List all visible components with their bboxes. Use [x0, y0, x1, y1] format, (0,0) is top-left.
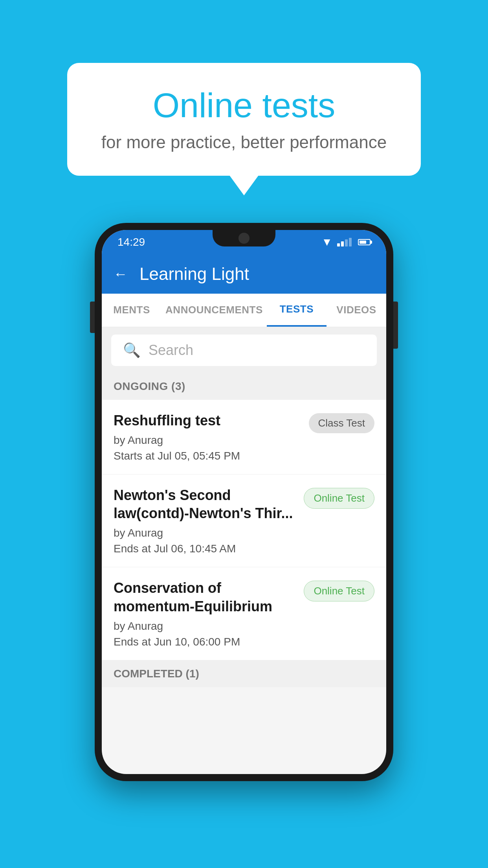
test-name-2: Newton's Second law(contd)-Newton's Thir…: [114, 486, 304, 523]
hero-section: Online tests for more practice, better p…: [0, 0, 488, 176]
phone-camera: [238, 233, 250, 244]
ongoing-section-title: ONGOING (3): [114, 380, 185, 392]
test-item-2[interactable]: Newton's Second law(contd)-Newton's Thir…: [102, 474, 386, 568]
test-item-3[interactable]: Conservation of momentum-Equilibrium by …: [102, 567, 386, 660]
back-button[interactable]: ←: [114, 266, 128, 282]
phone-notch: [213, 230, 275, 246]
app-title: Learning Light: [139, 264, 249, 284]
app-header: ← Learning Light: [102, 254, 386, 294]
battery-icon: [358, 239, 371, 245]
test-badge-2: Online Test: [304, 488, 374, 509]
completed-section-header: COMPLETED (1): [102, 660, 386, 687]
bubble-title: Online tests: [99, 86, 389, 125]
test-name-3: Conservation of momentum-Equilibrium: [114, 579, 304, 616]
ongoing-section-header: ONGOING (3): [102, 373, 386, 400]
test-badge-1: Class Test: [309, 413, 374, 433]
signal-icon: [337, 238, 352, 246]
test-author-3: by Anurag: [114, 620, 304, 633]
tab-videos[interactable]: VIDEOS: [327, 294, 386, 327]
search-box[interactable]: 🔍 Search: [111, 335, 377, 366]
tab-announcements[interactable]: ANNOUNCEMENTS: [161, 294, 267, 327]
search-input-placeholder[interactable]: Search: [149, 342, 193, 359]
search-icon: 🔍: [123, 342, 141, 359]
speech-bubble: Online tests for more practice, better p…: [67, 63, 421, 176]
tabs-bar: MENTS ANNOUNCEMENTS TESTS VIDEOS: [102, 294, 386, 327]
test-info-3: Conservation of momentum-Equilibrium by …: [114, 579, 304, 648]
tab-tests[interactable]: TESTS: [267, 294, 327, 327]
status-icons: ▼: [321, 236, 371, 248]
test-date-1: Starts at Jul 05, 05:45 PM: [114, 450, 309, 462]
phone-wrapper: 14:29 ▼ ← Learning Light: [0, 223, 488, 781]
tab-ments[interactable]: MENTS: [102, 294, 161, 327]
test-date-2: Ends at Jul 06, 10:45 AM: [114, 542, 304, 555]
test-date-3: Ends at Jun 10, 06:00 PM: [114, 636, 304, 648]
test-name-1: Reshuffling test: [114, 412, 309, 430]
wifi-icon: ▼: [321, 236, 332, 248]
phone-outer: 14:29 ▼ ← Learning Light: [95, 223, 393, 781]
test-badge-3: Online Test: [304, 581, 374, 601]
bubble-subtitle: for more practice, better performance: [99, 132, 389, 152]
test-info-1: Reshuffling test by Anurag Starts at Jul…: [114, 412, 309, 462]
completed-section-title: COMPLETED (1): [114, 668, 199, 680]
test-author-2: by Anurag: [114, 527, 304, 539]
test-list: Reshuffling test by Anurag Starts at Jul…: [102, 400, 386, 660]
test-author-1: by Anurag: [114, 434, 309, 447]
phone-screen: 14:29 ▼ ← Learning Light: [102, 230, 386, 774]
status-time: 14:29: [117, 236, 145, 248]
test-item-1[interactable]: Reshuffling test by Anurag Starts at Jul…: [102, 400, 386, 474]
search-container: 🔍 Search: [102, 327, 386, 373]
test-info-2: Newton's Second law(contd)-Newton's Thir…: [114, 486, 304, 555]
